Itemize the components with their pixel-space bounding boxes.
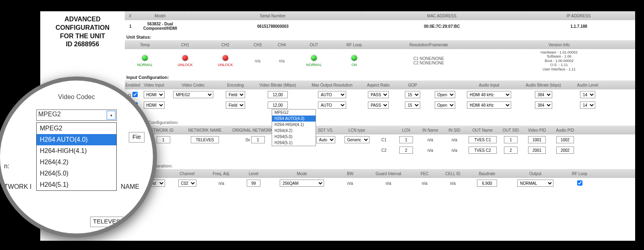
video-input-select-1[interactable]: HDMI [144, 91, 165, 98]
led-temp [142, 55, 148, 61]
outname-c2[interactable] [469, 147, 497, 154]
encoding-select-2[interactable]: Field [226, 101, 245, 109]
codec-option[interactable]: H264-HIGH(4.1) [272, 122, 316, 128]
led-out [311, 55, 317, 61]
unit-header-row: # Model Serial Number MAC ADDRESS IP ADD… [125, 11, 635, 20]
magnifier-title: Video Codec [4, 93, 149, 101]
audio-input-select-1[interactable]: HDMI 48 kHz [467, 91, 511, 98]
gop-type-select-2[interactable]: Open [435, 101, 455, 109]
magnifier-fragment: TELEVES [90, 217, 123, 227]
sdt-select[interactable]: Auto [316, 136, 335, 143]
transport-label: Transport Configuration: [125, 118, 635, 126]
unit-data-row: 1 563832 - Dual Component/HDMI 061517880… [125, 20, 635, 32]
outname-c1[interactable] [469, 136, 497, 143]
output-label: Output Configuration: [125, 161, 635, 169]
network-id-input[interactable] [157, 136, 170, 143]
gop-n-select-2[interactable]: 15 [405, 101, 420, 109]
codec-option[interactable]: H264(4.2) [37, 157, 116, 168]
magnifier-lens: Video Codec MPEG2 ▾ MPEG2 H264 AUTO(4.0)… [0, 76, 157, 238]
gop-type-select-1[interactable]: Open [435, 91, 455, 98]
status-headers: Temp CH1 CH2 CH3 CH4 OUT RF Loop Resolut… [125, 40, 635, 49]
transport-row-c1: 0x 0x Auto Auto Generic C1 n/a n/a [125, 134, 635, 145]
status-values: NORMAL UNLOCK UNLOCK n/a n/a NORMAL ON C… [125, 49, 635, 72]
codec-option[interactable]: H264(4.2) [272, 128, 316, 134]
codec-option[interactable]: MPEG2 [272, 110, 316, 116]
codec-option[interactable]: H264-HIGH(4.1) [37, 145, 116, 157]
maxres-select-1[interactable]: AUTO [318, 91, 346, 98]
audio-input-select-2[interactable]: HDMI 48 kHz [467, 101, 511, 109]
codec-option[interactable]: H264(5.1) [272, 140, 316, 146]
magnifier-fragment: Fie [129, 132, 144, 143]
rfloop-checkbox[interactable] [577, 180, 582, 186]
output-select[interactable]: NORMAL [517, 180, 553, 187]
outsid-c1[interactable] [504, 136, 518, 143]
codec-option[interactable]: H264(5.0) [37, 168, 116, 179]
mode-select[interactable]: 256QAM [280, 180, 324, 187]
video-codec-select-1[interactable]: MPEG2 [173, 91, 213, 98]
codec-option[interactable]: H264(5.1) [37, 179, 116, 190]
output-headers: Table Channel Freq. Adj. Level Mode BW G… [125, 169, 635, 178]
lcn-c1[interactable] [399, 136, 413, 143]
video-bitrate-input-2[interactable] [268, 101, 288, 109]
magnifier-fragment: NAME [121, 183, 139, 190]
gop-n-select-1[interactable]: 15 [405, 91, 420, 98]
transport-headers: ID NETWORK ID NETWORK NAME ORIGINAL NETW… [125, 126, 635, 134]
magnifier-fragment: TWORK I [4, 183, 31, 190]
unit-status-label: Unit Status: [125, 32, 635, 40]
encoding-select-1[interactable]: Field [226, 91, 245, 98]
maxres-select-2[interactable]: AUTO [318, 101, 346, 109]
magnifier-fragment: n: [4, 163, 9, 170]
audio-level-select-2[interactable]: 14 [580, 101, 595, 109]
output-row: CCIR N.Z.Ind C02 n/a 256QAM n/a n/a n/a … [125, 178, 635, 188]
onid-input[interactable] [251, 136, 265, 143]
sidebar-title: ADVANCED CONFIGURATION FOR THE UNIT ID 2… [40, 11, 125, 53]
led-ch2 [223, 55, 228, 61]
codec-option[interactable]: H264 AUTO(4.0) [37, 134, 116, 145]
aspect-select-2[interactable]: PASS [368, 101, 389, 109]
input-row-2: I2 HDMI Field AUTO PASS 15 Open HDMI 48 … [125, 100, 635, 110]
transport-row-c2: C2 n/a n/a [125, 145, 635, 155]
input-config-label: Input Configuration: [125, 72, 635, 81]
codec-option[interactable]: MPEG2 [37, 123, 116, 134]
vpid-c2[interactable] [528, 147, 546, 154]
apid-c1[interactable] [556, 136, 574, 143]
baud-input[interactable] [477, 180, 497, 187]
magnifier-dropdown[interactable]: MPEG2 H264 AUTO(4.0) H264-HIGH(4.1) H264… [36, 122, 117, 191]
audio-bitrate-select-1[interactable]: 384 [535, 91, 552, 98]
codec-option[interactable]: H264(5.0) [272, 134, 316, 140]
video-bitrate-input-1[interactable] [268, 91, 288, 98]
input-row-1: I1 HDMI MPEG2 Field AUTO PASS 15 Open HD… [125, 89, 635, 100]
input-headers: Enabled Video Input Video Codec Encoding… [125, 81, 635, 89]
video-input-select-2[interactable]: HDMI [144, 101, 165, 109]
audio-level-select-1[interactable]: 14 [580, 91, 595, 98]
led-rfloop [351, 55, 357, 61]
level-input[interactable] [247, 180, 260, 187]
apid-c2[interactable] [556, 147, 574, 154]
chevron-down-icon: ▾ [107, 111, 116, 120]
outsid-c2[interactable] [504, 147, 518, 154]
lcntype-select[interactable]: Generic [345, 136, 369, 143]
vpid-c1[interactable] [528, 136, 546, 143]
aspect-select-1[interactable]: PASS [368, 91, 389, 98]
network-name-input[interactable] [191, 136, 219, 143]
led-ch1 [182, 55, 188, 61]
enabled-checkbox-1[interactable] [132, 92, 138, 97]
channel-select[interactable]: C02 [178, 180, 196, 187]
lcn-c2[interactable] [399, 147, 413, 154]
video-codec-dropdown-open[interactable]: MPEG2 H264 AUTO(4.0) H264-HIGH(4.1) H264… [272, 109, 316, 146]
codec-option[interactable]: H264 AUTO(4.0) [272, 116, 316, 122]
magnifier-select[interactable]: MPEG2 ▾ [36, 110, 117, 121]
audio-bitrate-select-2[interactable]: 384 [535, 101, 552, 109]
